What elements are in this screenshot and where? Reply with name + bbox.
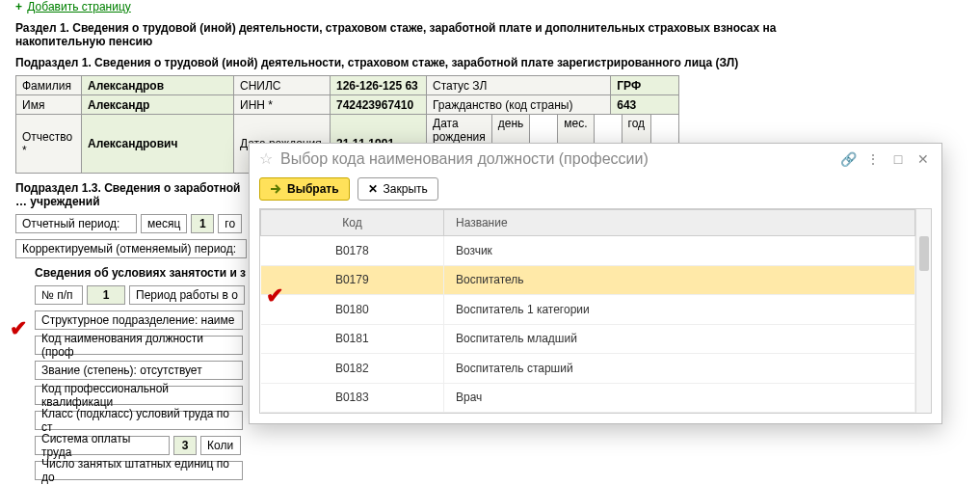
sub13-title: Подраздел 1.3. Сведения о заработной … у… [15,181,247,208]
paysystem-value[interactable]: 3 [173,436,197,455]
table-row[interactable]: В0180Воспитатель 1 категории [261,295,915,325]
section1-title: Раздел 1. Сведения о трудовой (иной) дея… [15,21,806,48]
close-icon[interactable]: ✕ [914,150,932,168]
report-month-value[interactable]: 1 [191,214,214,233]
job-code-table[interactable]: Код Название В0178ВозчикВ0179Воспитатель… [260,209,915,413]
month-label2: месяц [141,214,187,233]
lastname-label: Фамилия [16,76,82,95]
maximize-icon[interactable]: □ [889,150,907,168]
col-name-header[interactable]: Название [444,210,915,236]
close-x-icon: ✕ [368,182,378,196]
period-work-label: Период работы в о [129,285,245,305]
rank-label: Звание (степень): отсутствует [35,361,243,380]
row-code: В0182 [261,354,444,384]
patronymic-value[interactable]: Александрович [82,115,234,174]
corrected-period-label: Корректируемый (отменяемый) период: [15,239,247,258]
row-code: В0181 [261,324,444,354]
row-name: Воспитатель старший [444,354,915,384]
col-code-header[interactable]: Код [261,210,444,236]
dialog-title: Выбор кода наименования должности (профе… [280,150,832,168]
row-name: Врач [444,383,915,413]
row-name: Воспитатель 1 категории [444,295,915,325]
row-code: В0179 [261,265,444,295]
grf-label: ГРФ [611,76,679,95]
job-code-dialog: ☆ Выбор кода наименования должности (про… [249,143,942,424]
firstname-value[interactable]: Александр [82,95,234,115]
row-code: В0180 [261,295,444,325]
sub1-title: Подраздел 1. Сведения о трудовой (иной) … [15,56,965,69]
select-button[interactable]: Выбрать [259,177,350,201]
jobcode-label[interactable]: Код наименования должности (проф [35,336,243,355]
select-button-label: Выбрать [287,182,339,196]
profcode-label: Код профессиональной квалификаци [35,386,243,405]
table-row[interactable]: В0183Врач [261,383,915,413]
paysystem-label: Система оплаты труда [35,436,170,455]
table-row[interactable]: В0179Воспитатель [261,265,915,295]
status-label: Статус ЗЛ [427,76,611,95]
table-row[interactable]: В0181Воспитатель младший [261,324,915,354]
row-name: Воспитатель [444,265,915,295]
row-name: Воспитатель младший [444,324,915,354]
class-label: Класс (подкласс) условий труда по ст [35,411,243,430]
inn-label: ИНН * [234,95,331,115]
struct-label: Структурное подразделение: наиме [35,310,243,330]
plus-icon: + [15,0,22,13]
table-row[interactable]: В0182Воспитатель старший [261,354,915,384]
scrollbar-thumb[interactable] [919,236,929,271]
inn-value[interactable]: 742423967410 [331,95,427,115]
dialog-scrollbar[interactable] [915,209,931,413]
patronymic-label: Отчество * [16,115,82,174]
npp-value[interactable]: 1 [87,285,125,305]
more-icon[interactable]: ⋮ [864,150,882,168]
year-label2: го [218,214,242,233]
citizenship-value[interactable]: 643 [611,95,679,115]
star-icon[interactable]: ☆ [259,149,273,168]
npp-label: № п/п [35,285,83,305]
link-icon[interactable]: 🔗 [839,150,857,168]
citizenship-label: Гражданство (код страны) [427,95,611,115]
lastname-value[interactable]: Александров [82,76,234,95]
row-code: В0178 [261,236,444,266]
row-code: В0183 [261,383,444,413]
snils-value[interactable]: 126-126-125 63 [331,76,427,95]
close-button-label: Закрыть [384,182,428,196]
snils-label: СНИЛС [234,76,331,95]
add-page-row: + Добавить страницу [15,0,965,13]
table-row[interactable]: В0178Возчик [261,236,915,266]
units-label: Число занятых штатных единиц по до [35,461,243,480]
row-name: Возчик [444,236,915,266]
qty-label: Коли [200,436,241,455]
firstname-label: Имя [16,95,82,115]
add-page-link[interactable]: Добавить страницу [27,0,130,17]
select-arrow-icon [270,183,281,195]
close-button[interactable]: ✕ Закрыть [358,177,438,201]
report-period-label: Отчетный период: [15,214,137,233]
